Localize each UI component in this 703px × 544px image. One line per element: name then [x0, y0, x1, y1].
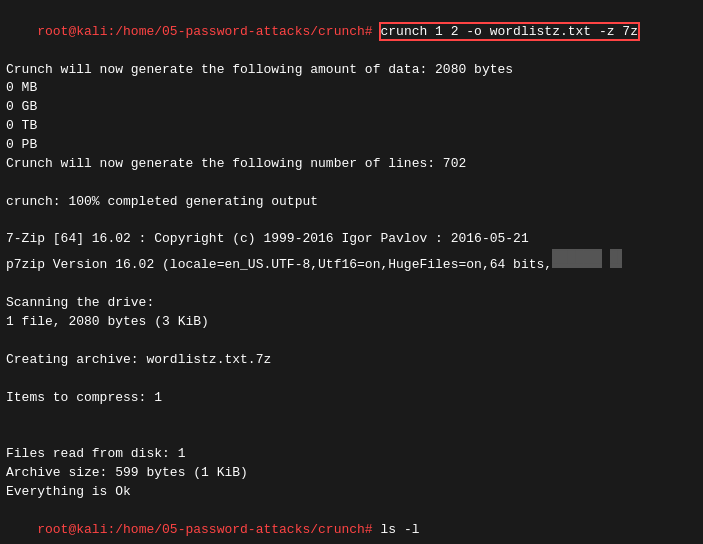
prompt-space-1 — [373, 24, 381, 39]
command-line-1: root@kali:/home/05-password-attacks/crun… — [6, 4, 697, 61]
output-line-7: Crunch will now generate the following n… — [6, 155, 697, 174]
output-line-16: Archive size: 599 bytes (1 KiB) — [6, 464, 697, 483]
output-line-10: p7zip Version 16.02 (locale=en_US.UTF-8,… — [6, 249, 697, 275]
output-line-8: crunch: 100% completed generating output — [6, 193, 697, 212]
output-line-6: 0 PB — [6, 136, 697, 155]
prompt-1: root@kali:/home/05-password-attacks/crun… — [37, 24, 372, 39]
empty-line-4 — [6, 332, 697, 351]
empty-line-3 — [6, 275, 697, 294]
empty-line-5 — [6, 370, 697, 389]
output-line-3: 0 MB — [6, 79, 697, 98]
output-line-11: Scanning the drive: — [6, 294, 697, 313]
output-line-12: 1 file, 2080 bytes (3 KiB) — [6, 313, 697, 332]
command-line-2: root@kali:/home/05-password-attacks/crun… — [6, 502, 697, 544]
output-line-4: 0 GB — [6, 98, 697, 117]
output-line-9: 7-Zip [64] 16.02 : Copyright (c) 1999-20… — [6, 230, 697, 249]
output-line-14: Items to compress: 1 — [6, 389, 697, 408]
prompt-space-2: ls -l — [373, 522, 420, 537]
output-line-15: Files read from disk: 1 — [6, 445, 697, 464]
empty-line-2 — [6, 211, 697, 230]
output-line-2: Crunch will now generate the following a… — [6, 61, 697, 80]
empty-line-6 — [6, 407, 697, 426]
command-1: crunch 1 2 -o wordlistz.txt -z 7z — [381, 24, 638, 39]
prompt-2: root@kali:/home/05-password-attacks/crun… — [37, 522, 372, 537]
empty-line-1 — [6, 174, 697, 193]
output-line-17: Everything is Ok — [6, 483, 697, 502]
output-line-13: Creating archive: wordlistz.txt.7z — [6, 351, 697, 370]
empty-line-7 — [6, 426, 697, 445]
output-line-5: 0 TB — [6, 117, 697, 136]
terminal-window: root@kali:/home/05-password-attacks/crun… — [0, 0, 703, 544]
